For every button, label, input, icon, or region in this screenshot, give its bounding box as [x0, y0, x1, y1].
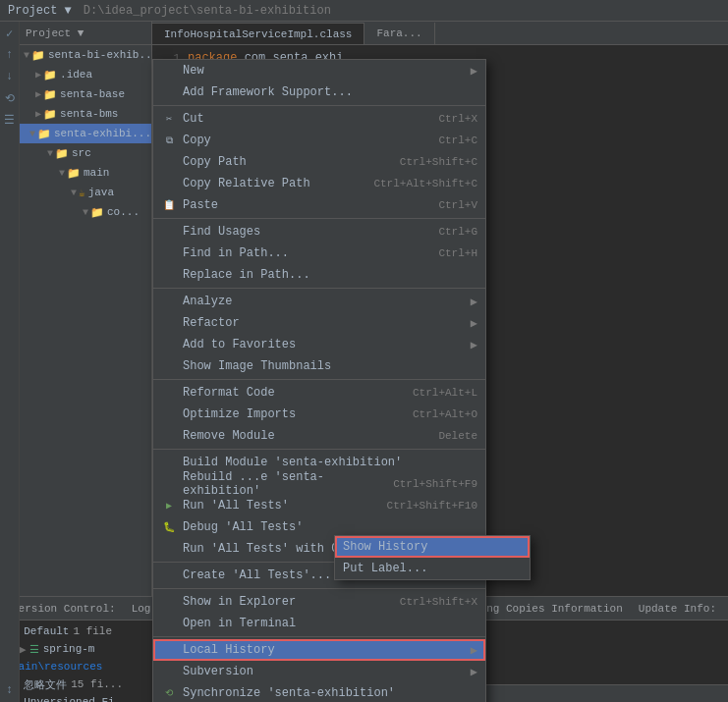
tree-root-label: senta-bi-exhib...: [48, 49, 152, 61]
menu-item-findusages[interactable]: Find Usages Ctrl+G: [153, 221, 485, 243]
menu-item-new[interactable]: New ▶: [153, 60, 485, 81]
cut-shortcut: Ctrl+X: [438, 113, 477, 125]
menu-item-copy[interactable]: ⧉ Copy Ctrl+C: [153, 130, 485, 151]
copyrelpath-shortcut: Ctrl+Alt+Shift+C: [373, 178, 477, 189]
menu-item-paste[interactable]: 📋 Paste Ctrl+V: [153, 194, 485, 216]
editor-tabs: InfoHospitalServiceImpl.class Fara...: [152, 22, 728, 45]
tab-fara-label: Fara...: [376, 27, 421, 39]
findusages-icon: [161, 224, 177, 240]
menu-item-reformat[interactable]: Reformat Code Ctrl+Alt+L: [153, 382, 485, 404]
tab-infohospital[interactable]: InfoHospitalServiceImpl.class: [152, 23, 364, 44]
menu-replaceinpath-label: Replace in Path...: [183, 268, 477, 282]
menu-item-copypath[interactable]: Copy Path Ctrl+Shift+C: [153, 151, 485, 173]
menu-removemodule-label: Remove Module: [183, 429, 438, 443]
menu-item-addtofav[interactable]: Add to Favorites ▶: [153, 334, 485, 355]
tree-java-label: java: [88, 187, 114, 198]
showinexplorer-icon: [161, 594, 177, 610]
tree-item-exhibit[interactable]: ▼ 📁 senta-exhibi...: [20, 124, 151, 143]
vc-icon-3[interactable]: ↓: [2, 69, 18, 84]
menu-item-replaceinpath[interactable]: Replace in Path...: [153, 264, 485, 286]
submenu-item-showhistory[interactable]: Show History: [335, 536, 530, 558]
vc-file-name: spring-m: [43, 643, 95, 655]
vc-tab-vc[interactable]: Version Control:: [4, 597, 124, 621]
vc-icon-2[interactable]: ↑: [2, 47, 18, 63]
tree-exhibit-label: senta-exhibi...: [54, 128, 151, 139]
separator-7: [153, 588, 485, 589]
refactor-icon: [161, 315, 177, 331]
separator-4: [153, 379, 485, 380]
localhistory-icon: [161, 642, 177, 658]
tree-co-label: co...: [107, 206, 140, 218]
top-bar: Project ▼ D:\idea_project\senta-bi-exhib…: [0, 0, 728, 22]
reformat-icon: [161, 385, 177, 401]
showinexplorer-shortcut: Ctrl+Shift+X: [400, 596, 477, 608]
copypath-shortcut: Ctrl+Shift+C: [400, 156, 477, 168]
runalltests-icon: ▶: [161, 498, 177, 513]
menu-openinterminal-label: Open in Terminal: [183, 617, 477, 630]
optimizeimports-shortcut: Ctrl+Alt+O: [413, 408, 477, 420]
menu-item-optimizeimports[interactable]: Optimize Imports Ctrl+Alt+O: [153, 404, 485, 425]
tree-item-co[interactable]: ▼ 📁 co...: [20, 202, 151, 222]
vc-icon-6[interactable]: ↕: [2, 682, 18, 698]
menu-item-subversion[interactable]: Subversion ▶: [153, 661, 485, 682]
buildmodule-icon: [161, 455, 177, 470]
tree-item-main[interactable]: ▼ 📁 main: [20, 163, 151, 183]
menu-cut-label: Cut: [183, 112, 438, 126]
vc-icon-4[interactable]: ⟲: [2, 90, 18, 106]
tab-fara[interactable]: Fara...: [364, 23, 434, 44]
menu-item-findinpath[interactable]: Find in Path... Ctrl+H: [153, 243, 485, 264]
analyze-arrow: ▶: [471, 295, 477, 309]
vc-icon-1[interactable]: ✓: [2, 26, 18, 41]
menu-item-copyrelpath[interactable]: Copy Relative Path Ctrl+Alt+Shift+C: [153, 173, 485, 194]
tree-item-base[interactable]: ▶ 📁 senta-base: [20, 84, 151, 104]
submenu-item-putlabel[interactable]: Put Label...: [335, 558, 530, 579]
menu-item-showthumbs[interactable]: Show Image Thumbnails: [153, 355, 485, 377]
menu-item-showinexplorer[interactable]: Show in Explorer Ctrl+Shift+X: [153, 591, 485, 613]
subversion-arrow: ▶: [471, 665, 477, 679]
tree-item-root[interactable]: ▼ 📁 senta-bi-exhib...: [20, 45, 151, 65]
menu-item-rebuild[interactable]: Rebuild ...e 'senta-exhibition' Ctrl+Shi…: [153, 473, 485, 495]
separator-5: [153, 449, 485, 450]
separator-3: [153, 288, 485, 289]
menu-copy-label: Copy: [183, 134, 438, 147]
menu-item-runalltests[interactable]: ▶ Run 'All Tests' Ctrl+Shift+F10: [153, 495, 485, 516]
tree-item-idea[interactable]: ▶ 📁 .idea: [20, 65, 151, 84]
menu-item-refactor[interactable]: Refactor ▶: [153, 312, 485, 334]
debugalltests-icon: 🐛: [161, 519, 177, 535]
menu-item-removemodule[interactable]: Remove Module Delete: [153, 425, 485, 447]
tree-item-bms[interactable]: ▶ 📁 senta-bms: [20, 104, 151, 124]
copyrelpath-icon: [161, 176, 177, 191]
project-title: Project ▼: [8, 4, 72, 18]
menu-showthumbs-label: Show Image Thumbnails: [183, 359, 477, 373]
showthumbs-icon: [161, 358, 177, 374]
paste-icon: 📋: [161, 197, 177, 213]
tree-base-label: senta-base: [60, 88, 125, 100]
menu-item-openinterminal[interactable]: Open in Terminal: [153, 613, 485, 634]
menu-item-synchronize[interactable]: ⟲ Synchronize 'senta-exhibition': [153, 682, 485, 702]
copy-icon: ⧉: [161, 133, 177, 148]
findusages-shortcut: Ctrl+G: [438, 226, 477, 238]
tab-infohospital-label: InfoHospitalServiceImpl.class: [164, 28, 352, 40]
findinpath-shortcut: Ctrl+H: [438, 247, 477, 259]
vc-tab-updateinfo[interactable]: Update Info:: [631, 597, 724, 621]
menu-localhistory-label: Local History: [183, 643, 465, 657]
menu-item-cut[interactable]: ✂ Cut Ctrl+X: [153, 108, 485, 130]
menu-runalltests-label: Run 'All Tests': [183, 499, 387, 513]
vc-unversioned-label: Unversioned Fi...: [24, 696, 134, 702]
menu-item-framework[interactable]: Add Framework Support...: [153, 81, 485, 103]
synchronize-icon: ⟲: [161, 685, 177, 701]
menu-item-analyze[interactable]: Analyze ▶: [153, 291, 485, 312]
tree-item-src[interactable]: ▼ 📁 src: [20, 143, 151, 163]
showhistory-label: Show History: [343, 540, 427, 554]
vc-icon-5[interactable]: ☰: [2, 112, 18, 128]
menu-paste-label: Paste: [183, 198, 438, 212]
separator-2: [153, 218, 485, 219]
tree-item-java[interactable]: ▼ ☕ java: [20, 183, 151, 202]
left-icon-strip: ✓ ↑ ↓ ⟲ ☰ ↕: [0, 22, 20, 702]
menu-item-localhistory[interactable]: Local History ▶: [153, 639, 485, 661]
menu-copyrelpath-label: Copy Relative Path: [183, 177, 373, 190]
reformat-shortcut: Ctrl+Alt+L: [413, 387, 477, 399]
createalltests-icon: [161, 567, 177, 583]
file-type-icon: ☰: [29, 643, 39, 656]
new-arrow: ▶: [471, 64, 477, 79]
